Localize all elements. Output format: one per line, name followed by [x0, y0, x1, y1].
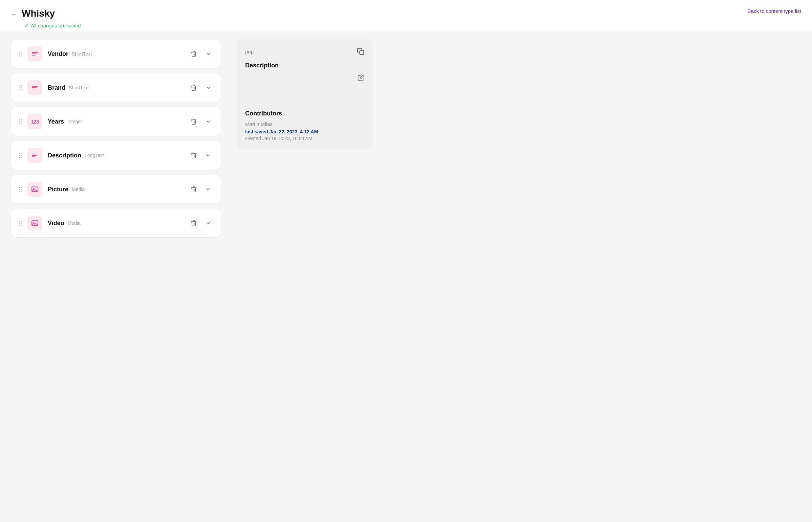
- top-bar-left: ← Whisky ✓ All changes are saved: [11, 8, 81, 29]
- vendor-field-name: Vendor: [48, 51, 68, 58]
- edit-description-button[interactable]: [358, 75, 364, 81]
- description-field-info: Description LongText: [48, 152, 183, 159]
- video-field-type: Media: [68, 220, 81, 226]
- video-expand-button[interactable]: [204, 219, 213, 227]
- svg-rect-13: [360, 51, 364, 55]
- picture-icon: [27, 182, 42, 197]
- drag-handle[interactable]: [19, 187, 22, 192]
- sidebar-label: pdp: [245, 49, 254, 55]
- brand-field-name: Brand: [48, 84, 65, 92]
- description-field-type: LongText: [85, 153, 104, 158]
- back-button[interactable]: ←: [11, 11, 18, 18]
- description-area: [245, 75, 364, 95]
- description-section-title: Description: [245, 62, 364, 69]
- picture-expand-button[interactable]: [204, 185, 213, 194]
- saved-status: ✓ All changes are saved: [11, 22, 81, 29]
- contributor-name: Martin Miles: [245, 121, 364, 127]
- title-row: ← Whisky: [11, 8, 81, 20]
- main-content: Vendor ShortText: [0, 32, 812, 245]
- picture-field-actions: [189, 184, 213, 194]
- years-field-name: Years: [48, 118, 64, 125]
- picture-delete-button[interactable]: [189, 184, 198, 194]
- integer-icon: 123: [31, 119, 39, 125]
- field-card-description: Description LongText: [11, 141, 221, 169]
- sidebar-top: pdp: [245, 48, 364, 55]
- sidebar-divider: [245, 103, 364, 103]
- video-field-name: Video: [48, 220, 64, 227]
- brand-field-actions: [189, 83, 213, 93]
- vendor-field-info: Vendor ShortText: [48, 51, 183, 58]
- brand-field-type: ShortText: [69, 85, 89, 91]
- contributors-title: Contributors: [245, 110, 364, 117]
- description-expand-button[interactable]: [204, 151, 213, 160]
- brand-field-info: Brand ShortText: [48, 84, 183, 92]
- years-delete-button[interactable]: [189, 117, 198, 126]
- drag-handle[interactable]: [19, 85, 22, 91]
- fields-list: Vendor ShortText: [11, 40, 221, 237]
- brand-delete-button[interactable]: [189, 83, 198, 93]
- drag-handle[interactable]: [19, 119, 22, 124]
- drag-handle[interactable]: [19, 153, 22, 158]
- video-field-info: Video Media: [48, 220, 183, 227]
- video-delete-button[interactable]: [189, 218, 198, 228]
- back-to-list-link[interactable]: Back to content type list: [748, 8, 801, 14]
- created-date-text: created Jan 19, 2023, 10:53 AM: [245, 136, 364, 141]
- description-field-actions: [189, 150, 213, 160]
- video-field-actions: [189, 218, 213, 228]
- description-field-name: Description: [48, 152, 81, 159]
- years-field-actions: [189, 117, 213, 126]
- vendor-expand-button[interactable]: [204, 49, 213, 58]
- sidebar: pdp Description Contributors Martin Mile…: [237, 40, 373, 149]
- years-icon: 123: [27, 114, 42, 129]
- top-bar: ← Whisky ✓ All changes are saved Back to…: [0, 0, 812, 32]
- saved-status-text: All changes are saved: [31, 23, 81, 28]
- picture-field-info: Picture Media: [48, 186, 183, 193]
- vendor-field-type: ShortText: [72, 51, 92, 57]
- drag-handle[interactable]: [19, 221, 22, 226]
- field-card-video: Video Media: [11, 209, 221, 237]
- years-field-info: Years Integer: [48, 118, 183, 125]
- description-delete-button[interactable]: [189, 150, 198, 160]
- copy-button[interactable]: [357, 48, 364, 55]
- drag-handle[interactable]: [19, 52, 22, 57]
- field-card-picture: Picture Media: [11, 175, 221, 203]
- vendor-field-actions: [189, 49, 213, 59]
- field-card-brand: Brand ShortText: [11, 74, 221, 102]
- check-icon: ✓: [24, 22, 29, 29]
- video-icon: [27, 216, 42, 230]
- vendor-delete-button[interactable]: [189, 49, 198, 59]
- field-card-vendor: Vendor ShortText: [11, 40, 221, 68]
- years-field-type: Integer: [67, 119, 82, 124]
- field-card-years: 123 Years Integer: [11, 107, 221, 136]
- vendor-icon: [27, 46, 42, 61]
- years-expand-button[interactable]: [204, 117, 213, 126]
- picture-field-name: Picture: [48, 186, 68, 193]
- page-title: Whisky: [22, 8, 55, 20]
- picture-field-type: Media: [72, 186, 85, 192]
- last-saved-text: last saved Jan 22, 2023, 4:12 AM: [245, 129, 364, 134]
- brand-icon: [27, 80, 42, 95]
- brand-expand-button[interactable]: [204, 83, 213, 92]
- description-icon: [27, 148, 42, 163]
